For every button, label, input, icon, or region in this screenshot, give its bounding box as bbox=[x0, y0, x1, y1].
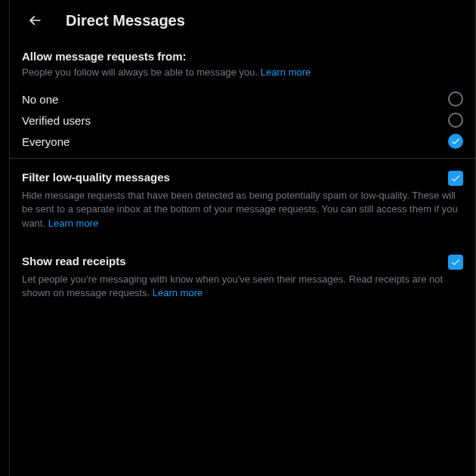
filter-learn-more-link[interactable]: Learn more bbox=[48, 218, 98, 229]
check-icon bbox=[450, 136, 461, 147]
filter-checkbox[interactable] bbox=[448, 171, 463, 186]
allow-requests-section: Allow message requests from: People you … bbox=[10, 41, 475, 88]
check-icon bbox=[450, 173, 461, 184]
radio-label: Everyone bbox=[22, 135, 70, 148]
filter-section: Filter low-quality messages Hide message… bbox=[10, 159, 475, 243]
page-header: Direct Messages bbox=[10, 0, 475, 41]
arrow-left-icon bbox=[27, 13, 42, 28]
receipts-section: Show read receipts Let people you're mes… bbox=[10, 243, 475, 312]
receipts-learn-more-link[interactable]: Learn more bbox=[153, 287, 202, 298]
radio-indicator bbox=[448, 113, 463, 128]
radio-indicator bbox=[448, 91, 463, 107]
filter-desc: Hide message requests that have been det… bbox=[22, 189, 463, 230]
check-icon bbox=[450, 257, 461, 267]
settings-page: Direct Messages Allow message requests f… bbox=[9, 0, 476, 476]
radio-option-verified-users[interactable]: Verified users bbox=[10, 110, 475, 131]
page-title: Direct Messages bbox=[66, 12, 185, 29]
radio-option-everyone[interactable]: Everyone bbox=[10, 131, 475, 152]
allow-requests-desc-text: People you follow will always be able to… bbox=[22, 66, 261, 78]
receipts-title: Show read receipts bbox=[22, 255, 126, 267]
back-button[interactable] bbox=[22, 8, 48, 33]
filter-title: Filter low-quality messages bbox=[22, 171, 170, 184]
radio-indicator-checked bbox=[448, 134, 463, 149]
receipts-desc-text: Let people you're messaging with know wh… bbox=[22, 274, 443, 298]
filter-toggle-row[interactable]: Filter low-quality messages bbox=[22, 171, 463, 186]
receipts-toggle-row[interactable]: Show read receipts bbox=[22, 255, 463, 270]
allow-requests-title: Allow message requests from: bbox=[22, 50, 463, 63]
radio-label: Verified users bbox=[22, 114, 91, 127]
receipts-desc: Let people you're messaging with know wh… bbox=[22, 273, 463, 300]
radio-option-no-one[interactable]: No one bbox=[10, 88, 475, 110]
receipts-checkbox[interactable] bbox=[448, 255, 463, 270]
allow-requests-desc: People you follow will always be able to… bbox=[22, 66, 463, 79]
allow-requests-learn-more-link[interactable]: Learn more bbox=[261, 66, 311, 78]
radio-label: No one bbox=[22, 93, 58, 106]
